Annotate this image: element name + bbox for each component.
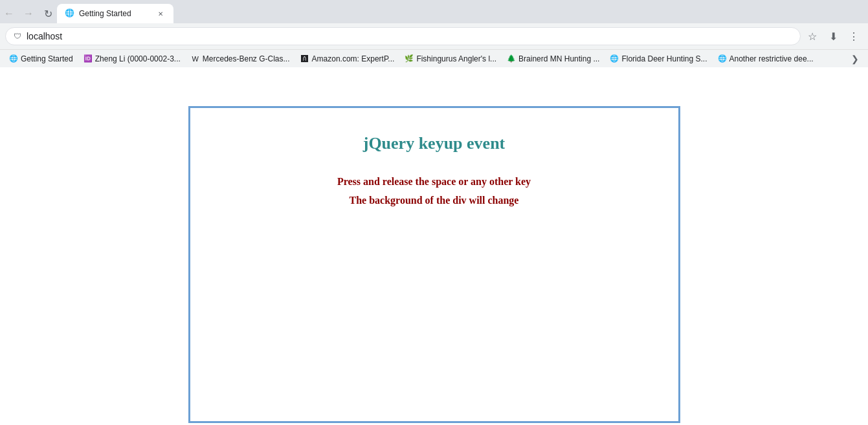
demo-description-line2: The background of the div will change bbox=[337, 191, 531, 210]
bookmark-favicon-icon: 🌐 bbox=[9, 54, 18, 63]
bookmark-label: Fishingurus Angler's l... bbox=[416, 54, 496, 63]
url-display: localhost bbox=[27, 31, 792, 41]
browser-chrome: ← → ↻ 🌐 Getting Started ✕ 🛡 localhost ☆ … bbox=[0, 0, 868, 67]
toolbar-right: ☆ ⬇ ⋮ bbox=[803, 27, 863, 45]
tab-title: Getting Started bbox=[79, 9, 151, 18]
bookmark-label: Brainerd MN Hunting ... bbox=[518, 54, 599, 63]
demo-description-line1: Press and release the space or any other… bbox=[337, 173, 531, 191]
page-content: jQuery keyup event Press and release the… bbox=[0, 67, 868, 425]
tab-bar: ← → ↻ 🌐 Getting Started ✕ bbox=[0, 0, 868, 23]
bookmark-item[interactable]: 🌲 Brainerd MN Hunting ... bbox=[503, 53, 603, 65]
bookmarks-more-button[interactable]: ❯ bbox=[847, 52, 863, 65]
bookmark-button[interactable]: ☆ bbox=[803, 27, 821, 45]
bookmark-favicon-icon: W bbox=[191, 54, 200, 63]
back-button[interactable]: ← bbox=[0, 5, 18, 23]
bookmark-label: Zheng Li (0000-0002-3... bbox=[95, 54, 181, 63]
bookmark-favicon-icon: 🌲 bbox=[507, 54, 516, 63]
demo-box: jQuery keyup event Press and release the… bbox=[188, 106, 680, 423]
tab-close-button[interactable]: ✕ bbox=[155, 8, 166, 19]
bookmarks-bar: 🌐 Getting Started 🆔 Zheng Li (0000-0002-… bbox=[0, 49, 868, 67]
demo-title: jQuery keyup event bbox=[363, 134, 506, 153]
menu-button[interactable]: ⋮ bbox=[845, 27, 863, 45]
save-button[interactable]: ⬇ bbox=[824, 27, 842, 45]
bookmark-label: Mercedes-Benz G-Clas... bbox=[203, 54, 290, 63]
forward-button[interactable]: → bbox=[19, 5, 38, 23]
bookmark-label: Another restrictive dee... bbox=[729, 54, 814, 63]
bookmark-item[interactable]: W Mercedes-Benz G-Clas... bbox=[187, 53, 294, 65]
bookmark-item[interactable]: 🌐 Getting Started bbox=[5, 53, 77, 65]
reload-button[interactable]: ↻ bbox=[39, 5, 57, 23]
window-controls: ← → ↻ bbox=[0, 5, 57, 23]
address-bar[interactable]: 🛡 localhost bbox=[5, 27, 801, 45]
bookmark-favicon-icon: 🌐 bbox=[718, 54, 727, 63]
tab-favicon-icon: 🌐 bbox=[65, 8, 75, 19]
bookmark-favicon-icon: 🅰 bbox=[300, 54, 309, 63]
bookmark-label: Amazon.com: ExpertP... bbox=[312, 54, 395, 63]
address-bar-row: 🛡 localhost ☆ ⬇ ⋮ bbox=[0, 23, 868, 49]
bookmark-label: Getting Started bbox=[21, 54, 73, 63]
bookmark-item[interactable]: 🌐 Florida Deer Hunting S... bbox=[606, 53, 711, 65]
bookmark-item[interactable]: 🅰 Amazon.com: ExpertP... bbox=[296, 53, 399, 65]
bookmark-item[interactable]: 🌿 Fishingurus Angler's l... bbox=[401, 53, 500, 65]
bookmark-label: Florida Deer Hunting S... bbox=[621, 54, 707, 63]
demo-description: Press and release the space or any other… bbox=[337, 173, 531, 210]
bookmark-favicon-icon: 🌿 bbox=[405, 54, 414, 63]
bookmark-item[interactable]: 🆔 Zheng Li (0000-0002-3... bbox=[80, 53, 184, 65]
bookmark-favicon-icon: 🆔 bbox=[83, 54, 93, 63]
bookmark-item[interactable]: 🌐 Another restrictive dee... bbox=[714, 53, 818, 65]
security-icon: 🛡 bbox=[14, 32, 21, 41]
bookmark-favicon-icon: 🌐 bbox=[610, 54, 619, 63]
active-tab[interactable]: 🌐 Getting Started ✕ bbox=[57, 4, 173, 23]
